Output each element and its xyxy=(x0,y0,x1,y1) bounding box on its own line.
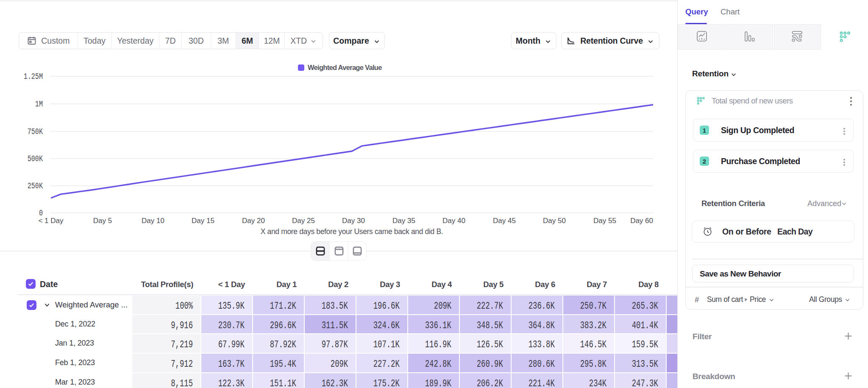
svg-text:Day 35: Day 35 xyxy=(392,217,415,225)
svg-text:1.25M: 1.25M xyxy=(24,72,43,81)
svg-text:500K: 500K xyxy=(28,154,43,164)
svg-text:0: 0 xyxy=(39,208,43,218)
svg-text:Day 40: Day 40 xyxy=(442,217,465,225)
svg-text:1M: 1M xyxy=(35,99,43,109)
svg-text:Day 30: Day 30 xyxy=(342,217,365,225)
svg-text:Day 55: Day 55 xyxy=(593,217,616,225)
svg-text:Day 45: Day 45 xyxy=(493,217,516,225)
svg-text:Day 60: Day 60 xyxy=(630,217,653,225)
svg-text:Day 15: Day 15 xyxy=(192,217,214,225)
svg-text:Day 50: Day 50 xyxy=(543,217,566,225)
svg-text:Day 10: Day 10 xyxy=(142,217,164,225)
svg-text:250K: 250K xyxy=(28,181,43,191)
svg-text:Day 25: Day 25 xyxy=(292,217,315,225)
svg-text:< 1 Day: < 1 Day xyxy=(38,217,64,225)
svg-text:750K: 750K xyxy=(28,127,43,137)
svg-text:Day 5: Day 5 xyxy=(93,217,112,225)
svg-text:Day 20: Day 20 xyxy=(242,217,265,225)
